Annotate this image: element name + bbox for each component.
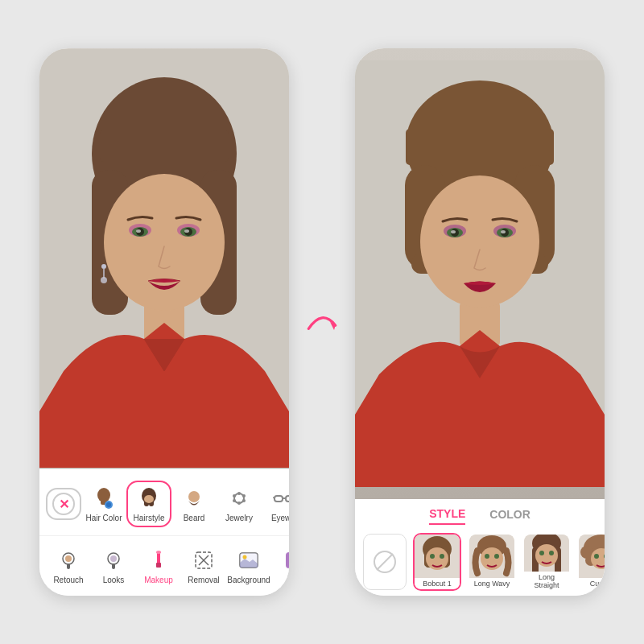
svg-rect-41 [67, 564, 70, 569]
svg-rect-2 [100, 130, 229, 162]
tab-style[interactable]: STYLE [429, 507, 465, 525]
background-label: Background [227, 576, 270, 584]
hair-color-label: Hair Color [85, 514, 122, 522]
style-color-tabs: STYLE COLOR [355, 507, 605, 525]
tool-eyewear[interactable]: Eyew... [262, 481, 289, 527]
right-phone: STYLE COLOR [355, 48, 605, 596]
tab-color[interactable]: COLOR [489, 507, 530, 525]
style-longwavy[interactable]: Long Wavy [468, 533, 516, 591]
makeup-label: Makeup [144, 576, 173, 584]
svg-point-101 [594, 554, 599, 559]
eyewear-label: Eyew... [271, 514, 289, 522]
style-longstraight[interactable]: Long Straight [522, 533, 571, 591]
tool-makeup[interactable]: Makeup [136, 543, 181, 589]
style-curly1[interactable]: Curly 1 [577, 533, 605, 591]
jewelry-icon [226, 485, 252, 511]
svg-point-80 [430, 554, 435, 559]
cancel-x-icon: ✕ [52, 493, 75, 515]
svg-point-28 [237, 492, 241, 495]
retouch-label: Retouch [53, 576, 83, 584]
tool-beard[interactable]: Beard [171, 481, 217, 527]
looks-icon [101, 547, 126, 573]
svg-point-29 [242, 494, 246, 497]
svg-point-81 [440, 554, 444, 559]
svg-rect-46 [156, 563, 161, 568]
retouch-icon [56, 547, 81, 573]
svg-point-33 [233, 494, 236, 497]
svg-point-6 [104, 174, 225, 311]
tool-hairstyle[interactable]: Hairstyle [126, 481, 171, 527]
right-person-svg [355, 48, 605, 499]
curly1-img [579, 535, 605, 578]
eyewear-icon [271, 485, 289, 511]
svg-point-13 [136, 229, 141, 233]
svg-rect-54 [286, 552, 289, 568]
arrow-svg [302, 302, 342, 342]
svg-point-15 [101, 264, 106, 269]
background-icon [236, 547, 262, 573]
ai-icon: AI [281, 547, 289, 573]
longstraight-label: Long Straight [524, 572, 569, 589]
svg-point-26 [188, 491, 200, 502]
tool-looks[interactable]: Looks [91, 543, 136, 589]
tool-hair-color[interactable]: Hair Color [81, 481, 126, 527]
style-none-option[interactable] [363, 534, 407, 590]
svg-point-25 [144, 495, 154, 503]
svg-line-73 [377, 554, 393, 570]
left-phone: ✕ Hair Color [39, 48, 289, 596]
transition-arrow [302, 302, 342, 342]
jewelry-label: Jewelry [225, 514, 253, 522]
svg-point-32 [233, 499, 236, 502]
tool-retouch[interactable]: Retouch [46, 543, 91, 589]
tool-ai[interactable]: AI AI [271, 543, 289, 589]
hairstyle-selector: Bobcut 1 [355, 533, 605, 591]
svg-line-37 [273, 497, 275, 498]
hair-color-icon [91, 485, 117, 511]
svg-point-53 [243, 555, 247, 559]
svg-point-86 [494, 554, 499, 559]
bobcut1-label: Bobcut 1 [415, 578, 460, 588]
tool-background[interactable]: Background [226, 543, 271, 589]
bottom-tool-row: Retouch Looks [39, 535, 289, 592]
svg-rect-44 [112, 564, 115, 569]
style-bobcut1[interactable]: Bobcut 1 [413, 533, 461, 591]
left-photo-area [39, 48, 289, 469]
top-tool-row: ✕ Hair Color [39, 476, 289, 532]
svg-point-92 [539, 551, 544, 555]
left-person-svg [39, 48, 289, 469]
svg-point-31 [237, 502, 241, 505]
svg-point-93 [549, 551, 554, 555]
longstraight-img [524, 535, 569, 572]
svg-point-30 [242, 499, 246, 502]
svg-rect-58 [406, 129, 554, 165]
right-photo-area [355, 48, 605, 499]
right-face-bg [355, 48, 605, 499]
right-bottom-controls: STYLE COLOR [355, 499, 605, 596]
svg-point-71 [501, 230, 506, 233]
svg-point-47 [156, 551, 161, 554]
svg-rect-34 [275, 496, 283, 502]
app-container: ✕ Hair Color [0, 0, 644, 644]
tool-removal[interactable]: Removal [181, 543, 226, 589]
removal-icon [191, 547, 217, 573]
svg-point-14 [184, 229, 189, 233]
svg-point-17 [101, 277, 107, 283]
removal-label: Removal [188, 576, 219, 584]
svg-point-70 [451, 230, 456, 233]
makeup-icon [146, 547, 171, 573]
svg-rect-35 [286, 496, 289, 502]
longwavy-img [469, 535, 514, 578]
longwavy-label: Long Wavy [469, 578, 514, 588]
hairstyle-label: Hairstyle [134, 514, 165, 522]
looks-label: Looks [103, 576, 125, 584]
cancel-button[interactable]: ✕ [46, 488, 81, 520]
hairstyle-icon [136, 485, 162, 511]
left-face-bg [39, 48, 289, 469]
svg-point-21 [106, 502, 111, 507]
svg-point-43 [110, 555, 117, 562]
tool-jewelry[interactable]: Jewelry [217, 481, 262, 527]
curly1-label: Curly 1 [579, 578, 605, 588]
beard-label: Beard [184, 514, 205, 522]
svg-point-40 [65, 555, 72, 562]
bobcut1-img [415, 535, 460, 578]
